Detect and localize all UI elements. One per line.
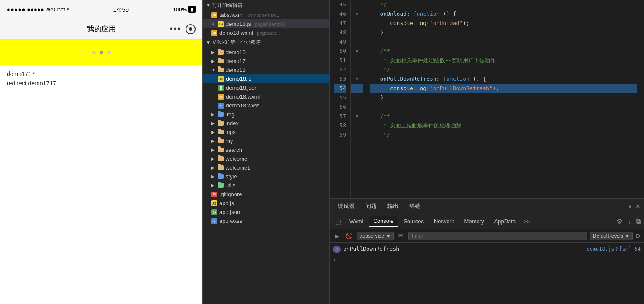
devtools-settings-icon[interactable]: ⚙ <box>617 217 622 225</box>
folder-welcome1[interactable]: ▶ welcome1 <box>203 163 329 172</box>
console-expand-row[interactable]: › <box>330 255 644 265</box>
folder-logs[interactable]: ▶ logs <box>203 128 329 137</box>
wxml-icon-demo18: W <box>218 94 224 100</box>
folder-search[interactable]: ▶ search <box>203 145 329 154</box>
service-dropdown[interactable]: appservice ▼ <box>357 232 394 240</box>
folder-name-my: my <box>226 138 233 144</box>
fold-45 <box>351 0 363 9</box>
default-levels-dropdown[interactable]: Default levels ▼ <box>590 232 633 240</box>
folder-icon-img <box>218 112 224 117</box>
right-panel: 45 46 47 48 49 50 51 52 53 54 55 56 57 5… <box>330 0 644 304</box>
ln-54: 54 <box>334 84 346 93</box>
ln-59: 59 <box>334 130 346 140</box>
fold-46[interactable]: ▼ <box>351 9 363 19</box>
folder-my[interactable]: ▶ my <box>203 137 329 145</box>
open-file-demo18-js[interactable]: ✕ JS demo18.js pages\demo18 <box>203 19 329 28</box>
folder-name-index: index <box>226 120 239 126</box>
js-icon: JS <box>218 21 224 27</box>
devtools-right-icons: ⚙ ⋮ ⧉ <box>617 217 641 225</box>
file-demo18-wxml[interactable]: W demo18.wxml <box>203 92 329 101</box>
tab-output[interactable]: 输出 <box>382 201 404 212</box>
devtools-more-icon[interactable]: >> <box>521 218 532 225</box>
devtools-vertical-dots[interactable]: ⋮ <box>626 217 633 225</box>
fold-57[interactable]: ▼ <box>351 112 363 121</box>
folder-demo18[interactable]: ▼ demo18 <box>203 66 329 74</box>
devtools-tab-memory[interactable]: Memory <box>460 216 488 226</box>
file-demo18-js[interactable]: JS demo18.js <box>203 74 329 83</box>
open-editors-header[interactable]: ▼ 打开的编辑器 <box>203 0 329 11</box>
folder-icon-demo16 <box>218 50 224 55</box>
tab-terminal[interactable]: 终端 <box>404 201 426 212</box>
open-file-demo18-wxml[interactable]: W demo18.wxml pages\de... <box>203 28 329 37</box>
filter-input[interactable] <box>408 232 587 240</box>
console-source-1[interactable]: demo18.js？[sm]:54 <box>587 246 641 253</box>
file-name-app-js: app.js <box>219 200 234 206</box>
phone-text-1: demo1717 <box>7 69 196 79</box>
phone-text-area: demo1717 redirect demo1717 <box>0 65 202 93</box>
project-header[interactable]: ▼ MINI-01第一个小程序 <box>203 37 329 48</box>
file-app-wxss[interactable]: ~ app.wxss <box>203 216 329 225</box>
tab-issues[interactable]: 问题 <box>360 201 382 212</box>
devtools-detach-icon[interactable]: ⧉ <box>636 218 641 225</box>
statusbar-right: 100% ▮ <box>173 6 196 13</box>
devtools-tab-sources[interactable]: Sources <box>399 216 428 226</box>
phone-statusbar: ●●●●● ●●●●● WeChat ▾ 14:59 100% ▮ <box>0 0 202 19</box>
wechat-label: ●●●●● WeChat <box>27 6 65 13</box>
folder-style[interactable]: ▶ style <box>203 172 329 181</box>
expand-arrow-icon[interactable]: › <box>333 256 336 263</box>
folder-icon-demo18 <box>218 68 224 72</box>
folder-utils[interactable]: ▶ utils <box>203 181 329 190</box>
console-toolbar: ▶ 🚫 appservice ▼ 👁 Default levels ▼ ⚙ <box>330 229 644 243</box>
folder-welcome[interactable]: ▶ welcome <box>203 154 329 163</box>
eye-btn[interactable]: 👁 <box>396 232 406 240</box>
folder-img[interactable]: ▶ img <box>203 110 329 119</box>
tab-debugger[interactable]: 调试器 <box>333 201 360 212</box>
folder-demo16[interactable]: ▶ demo16 <box>203 48 329 57</box>
collapse-icon[interactable]: ∧ <box>628 203 632 210</box>
devtools-tab-console[interactable]: Console <box>369 216 398 227</box>
open-file-tabs-wxml[interactable]: W tabs.wxml components\t... <box>203 11 329 19</box>
file-gitignore[interactable]: G .gitignore <box>203 190 329 199</box>
code-line-47: console.log("onUnload"); <box>370 19 637 28</box>
code-content[interactable]: */ onUnload: function () { console.log("… <box>363 0 644 198</box>
file-app-js[interactable]: JS app.js <box>203 199 329 208</box>
file-demo18-wxss[interactable]: ~ demo18.wxss <box>203 101 329 110</box>
dot-1 <box>92 51 96 54</box>
clear-btn[interactable]: 🚫 <box>344 232 354 240</box>
file-name-demo18-wxml: demo18.wxml <box>226 93 260 100</box>
console-settings-icon[interactable]: ⚙ <box>635 233 641 239</box>
project-label: MINI-01第一个小程序 <box>212 39 261 46</box>
more-icon[interactable]: ••• <box>170 24 181 34</box>
devtools-tab-network[interactable]: Network <box>430 216 458 226</box>
devtools-inspect-icon[interactable]: ⬚ <box>333 218 344 225</box>
folder-demo17[interactable]: ▶ demo17 <box>203 57 329 66</box>
close-console-icon[interactable]: ✕ <box>636 203 641 210</box>
fold-56 <box>351 102 363 112</box>
devtools-tab-wxml[interactable]: Wxml <box>345 216 368 226</box>
open-file-path-3: pages\de... <box>257 30 280 36</box>
file-name-app-json: app.json <box>219 209 240 215</box>
ln-57: 57 <box>334 112 346 121</box>
file-app-json[interactable]: {} app.json <box>203 208 329 216</box>
run-btn[interactable]: ▶ <box>333 232 341 240</box>
file-demo18-json[interactable]: {} demo18.json <box>203 83 329 92</box>
open-file-name-2: demo18.js <box>226 21 251 27</box>
fold-50[interactable]: ▼ <box>351 47 363 56</box>
record-icon[interactable] <box>186 24 196 34</box>
file-name-gitignore: .gitignore <box>219 191 242 197</box>
folder-name-welcome: welcome <box>226 156 247 162</box>
folder-arrow-style: ▶ <box>211 174 216 179</box>
ln-48: 48 <box>334 28 346 37</box>
folder-index[interactable]: ▶ index <box>203 119 329 128</box>
ln-52: 52 <box>334 65 346 74</box>
devtools-tab-appdata[interactable]: AppData <box>490 216 520 226</box>
close-tab-icon[interactable]: ✕ <box>211 22 215 26</box>
folder-arrow-demo17: ▶ <box>211 59 216 63</box>
dot-2 <box>100 51 103 54</box>
console-tabs-bar: 调试器 问题 输出 终端 ∧ ✕ <box>330 199 644 214</box>
default-levels-label: Default levels <box>593 233 623 239</box>
wifi-icon: ▾ <box>67 7 69 12</box>
folder-arrow-demo18: ▼ <box>211 68 216 72</box>
fold-53[interactable]: ▼ <box>351 74 363 84</box>
wxml-icon: W <box>211 12 217 18</box>
